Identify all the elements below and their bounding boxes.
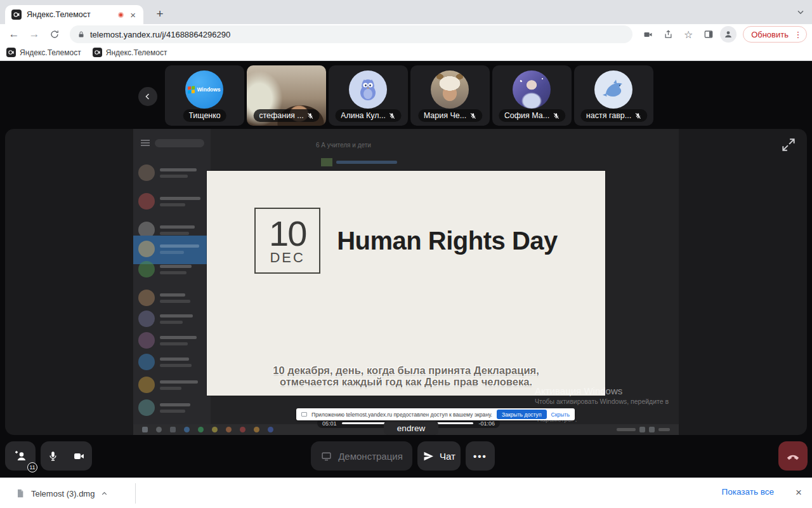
chat-button[interactable]: Чат: [417, 441, 461, 471]
participant-name: Алина Кул...: [341, 111, 386, 120]
participants-scroll-left-button[interactable]: [138, 87, 157, 106]
screen-share-stage: 6 А учителя и дети 10 DEC Human Rights D…: [5, 129, 807, 435]
participant-tile-nastya[interactable]: настя гавр...: [574, 65, 653, 126]
photo-avatar: [431, 70, 469, 109]
participant-tile-tishchenko[interactable]: Windows Тищенко: [165, 65, 244, 126]
windows-avatar: Windows: [185, 70, 223, 109]
chevron-left-icon: [143, 92, 152, 101]
camera-button[interactable]: [72, 451, 86, 462]
presentation-slide: 10 DEC Human Rights Day 10 декабря, день…: [207, 171, 605, 396]
screen-share-notification: Приложению telemost.yandex.ru предоставл…: [296, 408, 575, 420]
stop-sharing-button[interactable]: Закрыть доступ: [497, 410, 547, 419]
present-screen-icon: [320, 451, 332, 462]
participant-tile-sofia[interactable]: София Ма...: [492, 65, 572, 126]
taskbar-search-icon: [156, 427, 162, 432]
owl-avatar: [349, 70, 387, 109]
windows-avatar-text: Windows: [197, 86, 220, 93]
share-page-button[interactable]: [659, 25, 677, 43]
participant-name: стефания ...: [259, 111, 304, 120]
telemost-favicon: [93, 48, 102, 57]
show-all-downloads-link[interactable]: Показать все: [722, 487, 774, 497]
file-icon: [15, 488, 25, 498]
mic-muted-icon: [389, 112, 396, 119]
mic-muted-icon: [634, 112, 641, 119]
presenter-name: endrew: [397, 424, 425, 433]
participant-name-pill: Тищенко: [183, 109, 226, 122]
more-options-button[interactable]: •••: [466, 441, 495, 471]
participant-name-pill: София Ма...: [499, 109, 565, 122]
telemost-app: Windows Тищенко стефания ... Алина Кул..…: [0, 61, 812, 478]
bookmark-star-button[interactable]: ☆: [679, 25, 697, 43]
fullscreen-expand-icon[interactable]: [780, 137, 797, 153]
participant-tile-alina[interactable]: Алина Кул...: [329, 65, 408, 126]
download-bar-close-icon[interactable]: ×: [796, 486, 802, 499]
participant-count-badge: 11: [27, 462, 37, 472]
camera-permission-button[interactable]: [639, 25, 657, 43]
shared-menu-icon: [141, 140, 150, 146]
update-label: Обновить: [751, 30, 789, 39]
bookmark-item-telemost-1[interactable]: Яндекс.Телемост: [6, 48, 81, 57]
phone-hangup-icon: [785, 448, 801, 464]
participant-name: София Ма...: [504, 111, 549, 120]
update-browser-button[interactable]: Обновить ⋮: [743, 26, 807, 43]
url-text: telemost.yandex.ru/j/41688864296290: [90, 30, 230, 39]
owl-icon: [355, 77, 381, 102]
taskbar-app-icon: [212, 427, 218, 432]
hide-notification-link[interactable]: Скрыть: [551, 411, 570, 418]
microphone-button[interactable]: [48, 450, 58, 462]
participant-name-pill: Алина Кул...: [335, 109, 402, 122]
bookmark-item-telemost-2[interactable]: Яндекс.Телемост: [93, 48, 167, 57]
hang-up-button[interactable]: [778, 441, 808, 471]
profile-button[interactable]: [720, 26, 737, 43]
present-screen-button[interactable]: Демонстрация: [311, 441, 412, 471]
forward-button[interactable]: →: [25, 25, 43, 43]
invite-participants-button[interactable]: 11: [5, 441, 36, 471]
bookmark-label: Яндекс.Телемост: [106, 48, 167, 57]
mic-muted-icon: [469, 112, 476, 119]
date-number: 10: [269, 217, 306, 250]
download-bar: Telemost (3).dmg Показать все ×: [0, 478, 812, 508]
reload-button[interactable]: [46, 25, 63, 43]
video-camera-icon: [643, 30, 653, 39]
participant-name-pill: настя гавр...: [580, 109, 647, 122]
tab-strip: Яндекс.Телемост × +: [0, 0, 812, 24]
telemost-favicon: [11, 10, 22, 20]
back-button[interactable]: ←: [5, 25, 23, 43]
taskbar-app-icon: [254, 427, 259, 432]
shared-message-link-bar: [336, 161, 397, 164]
browser-tab[interactable]: Яндекс.Телемост ×: [5, 5, 143, 24]
slide-caption: 10 декабря, день, когда была принята Дек…: [207, 365, 605, 388]
mic-muted-icon: [307, 112, 314, 119]
watermark-title: Активация Windows: [535, 385, 678, 396]
windows-flag-icon: [188, 86, 195, 93]
notification-text: Приложению telemost.yandex.ru предоставл…: [311, 411, 492, 418]
participant-tile-maria[interactable]: Мария Че...: [410, 65, 490, 126]
participant-name-pill: стефания ...: [253, 109, 320, 122]
participant-tile-stefania[interactable]: стефания ...: [247, 65, 326, 126]
shared-chat-list: [133, 129, 211, 435]
browser-menu-icon[interactable]: ⋮: [792, 30, 804, 39]
taskbar-app-icon: [226, 427, 232, 432]
chevron-up-icon[interactable]: [100, 490, 108, 498]
download-bar-divider: [135, 483, 136, 504]
slide-title: Human Rights Day: [337, 227, 558, 255]
taskbar-taskview-icon: [170, 427, 176, 432]
taskbar-system-tray: [617, 427, 670, 432]
new-tab-button[interactable]: +: [151, 5, 169, 23]
mic-camera-group: [41, 441, 92, 471]
tab-close-button[interactable]: ×: [129, 10, 137, 20]
slide-caption-line1: 10 декабря, день, когда была принята Дек…: [207, 365, 605, 377]
reload-icon: [49, 29, 60, 39]
date-month: DEC: [270, 251, 304, 265]
participant-name: настя гавр...: [586, 111, 631, 120]
download-item[interactable]: Telemost (3).dmg: [10, 485, 114, 502]
date-box: 10 DEC: [254, 208, 320, 274]
address-bar[interactable]: telemost.yandex.ru/j/41688864296290: [70, 25, 632, 43]
elapsed-time: 05:01: [322, 420, 337, 427]
chat-label: Чат: [440, 451, 455, 462]
browser-toolbar: ← → telemost.yandex.ru/j/41688864296290 …: [0, 24, 812, 44]
side-panel-button[interactable]: [700, 25, 717, 43]
bookmark-label: Яндекс.Телемост: [20, 48, 81, 57]
tab-overflow-chevron-icon[interactable]: [796, 7, 806, 17]
present-screen-label: Демонстрация: [338, 451, 403, 462]
